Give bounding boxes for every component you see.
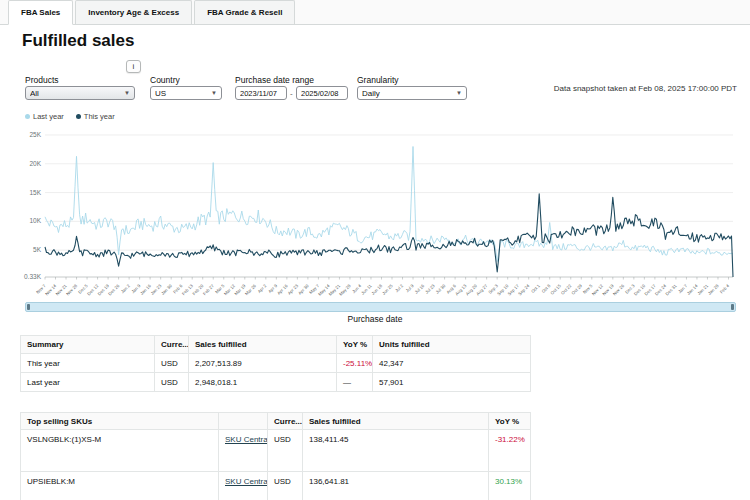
yoy-col-header[interactable]: YoY % bbox=[489, 413, 531, 430]
products-label: Products bbox=[25, 75, 59, 85]
country-label: Country bbox=[150, 75, 180, 85]
sales-value: 138,411.45 bbox=[303, 430, 489, 472]
products-select[interactable]: All ▼ bbox=[25, 86, 135, 100]
sales-value: 136,641.81 bbox=[303, 472, 489, 500]
svg-text:Jan 30: Jan 30 bbox=[160, 283, 173, 296]
legend-last-year-label: Last year bbox=[33, 112, 64, 121]
svg-text:Jan 7: Jan 7 bbox=[677, 283, 688, 294]
svg-text:Jan 21: Jan 21 bbox=[697, 283, 710, 296]
svg-text:Dec 17: Dec 17 bbox=[643, 283, 657, 297]
svg-text:Oct 29: Oct 29 bbox=[570, 283, 583, 296]
svg-text:Sep 17: Sep 17 bbox=[507, 283, 521, 297]
svg-text:Sep 3: Sep 3 bbox=[487, 283, 499, 295]
currency-col-header[interactable]: Curre... bbox=[268, 413, 303, 430]
svg-text:Mar 12: Mar 12 bbox=[223, 283, 236, 296]
svg-text:Nov 5: Nov 5 bbox=[582, 283, 594, 295]
svg-text:Jun 25: Jun 25 bbox=[381, 283, 394, 296]
svg-text:Jul 30: Jul 30 bbox=[435, 283, 447, 295]
data-snapshot-timestamp: Data snapshot taken at Feb 08, 2025 17:0… bbox=[554, 84, 737, 93]
svg-text:Aug 6: Aug 6 bbox=[445, 283, 457, 295]
svg-text:Dec 10: Dec 10 bbox=[633, 283, 647, 297]
svg-text:Aug 13: Aug 13 bbox=[454, 283, 468, 297]
svg-text:Nov 7: Nov 7 bbox=[35, 283, 47, 295]
svg-text:Feb 4: Feb 4 bbox=[719, 283, 731, 295]
tab-fba-grade-resell[interactable]: FBA Grade & Resell bbox=[194, 0, 295, 24]
granularity-select[interactable]: Daily ▼ bbox=[357, 86, 467, 100]
top-skus-col-header[interactable]: Top selling SKUs bbox=[21, 413, 219, 430]
svg-text:Feb 20: Feb 20 bbox=[191, 283, 204, 296]
country-select-value: US bbox=[155, 89, 208, 98]
svg-text:Apr 9: Apr 9 bbox=[267, 283, 278, 294]
svg-text:Nov 19: Nov 19 bbox=[601, 283, 615, 297]
x-axis-title: Purchase date bbox=[0, 314, 750, 324]
chevron-down-icon: ▼ bbox=[456, 90, 462, 96]
svg-text:May 28: May 28 bbox=[338, 283, 352, 297]
last-year-line bbox=[45, 147, 733, 262]
sku-name: UPSIEBLK:M bbox=[21, 472, 219, 500]
svg-text:Jan 2: Jan 2 bbox=[120, 283, 131, 294]
date-range-brush[interactable] bbox=[25, 302, 736, 312]
svg-text:Oct 15: Oct 15 bbox=[549, 283, 562, 296]
svg-text:Dec 3: Dec 3 bbox=[624, 283, 636, 295]
date-range-label: Purchase date range bbox=[235, 75, 314, 85]
sku-name: VSLNGBLK:(1)XS-M bbox=[21, 430, 219, 472]
svg-text:May 14: May 14 bbox=[317, 283, 331, 297]
country-select[interactable]: US ▼ bbox=[150, 86, 222, 100]
legend-item-last-year[interactable]: Last year bbox=[25, 112, 64, 121]
svg-text:Dec 5: Dec 5 bbox=[77, 283, 89, 295]
sales-fulfilled-col-header[interactable]: Sales fulfilled bbox=[189, 336, 337, 354]
svg-text:Nov 21: Nov 21 bbox=[55, 283, 69, 297]
legend-item-this-year[interactable]: This year bbox=[76, 112, 115, 121]
summary-table: Summary Curre... Sales fulfilled YoY % U… bbox=[20, 335, 531, 392]
chevron-down-icon: ▼ bbox=[211, 90, 217, 96]
sku-central-link[interactable]: SKU Central bbox=[225, 477, 268, 486]
svg-text:Jun 4: Jun 4 bbox=[351, 283, 362, 294]
units-value: 42,347 bbox=[373, 354, 531, 373]
x-axis-labels: Nov 7Nov 14Nov 21Nov 28Dec 5Dec 12Dec 19… bbox=[35, 277, 730, 297]
currency-col-header[interactable]: Curre... bbox=[155, 336, 189, 354]
svg-text:20K: 20K bbox=[29, 160, 41, 167]
this-year-dot-icon bbox=[76, 114, 81, 119]
brush-right-handle-icon[interactable] bbox=[731, 304, 734, 310]
sales-value: 2,207,513.89 bbox=[189, 354, 337, 373]
sales-line-chart: 25K20K15K10K5K0.33KNov 7Nov 14Nov 21Nov … bbox=[0, 110, 750, 302]
page-title: Fulfilled sales bbox=[22, 31, 134, 51]
yoy-value: -25.11% bbox=[337, 354, 373, 373]
summary-col-header[interactable]: Summary bbox=[21, 336, 155, 354]
svg-text:Jan 28: Jan 28 bbox=[707, 283, 720, 296]
svg-text:Apr 30: Apr 30 bbox=[297, 283, 310, 296]
date-start-input[interactable] bbox=[235, 86, 287, 100]
svg-text:Apr 2: Apr 2 bbox=[257, 283, 268, 294]
svg-text:Nov 12: Nov 12 bbox=[591, 283, 605, 297]
svg-text:Dec 19: Dec 19 bbox=[97, 283, 111, 297]
svg-text:Jun 18: Jun 18 bbox=[371, 283, 384, 296]
granularity-select-value: Daily bbox=[362, 89, 453, 98]
svg-text:Feb 27: Feb 27 bbox=[202, 283, 215, 296]
sales-value: 2,948,018.1 bbox=[189, 373, 337, 392]
units-fulfilled-col-header[interactable]: Units fulfilled bbox=[373, 336, 531, 354]
table-row: This year USD 2,207,513.89 -25.11% 42,34… bbox=[21, 354, 531, 373]
sales-fulfilled-col-header[interactable]: Sales fulfilled bbox=[303, 413, 489, 430]
svg-text:Jun 11: Jun 11 bbox=[360, 283, 373, 296]
y-axis-labels: 25K20K15K10K5K0.33K bbox=[24, 131, 42, 280]
tab-inventory-age-excess[interactable]: Inventory Age & Excess bbox=[75, 0, 192, 24]
svg-text:Oct 8: Oct 8 bbox=[541, 283, 552, 294]
table-row: Last year USD 2,948,018.1 — 57,901 bbox=[21, 373, 531, 392]
svg-text:15K: 15K bbox=[29, 189, 41, 196]
svg-text:Oct 1: Oct 1 bbox=[530, 283, 541, 294]
svg-text:Jul 16: Jul 16 bbox=[414, 283, 426, 295]
yoy-col-header[interactable]: YoY % bbox=[337, 336, 373, 354]
sku-header-row: Top selling SKUs Curre... Sales fulfille… bbox=[21, 413, 531, 430]
svg-text:Jul 9: Jul 9 bbox=[405, 283, 415, 293]
svg-text:Mar 19: Mar 19 bbox=[234, 283, 247, 296]
svg-text:Jul 23: Jul 23 bbox=[424, 283, 436, 295]
date-end-input[interactable] bbox=[296, 86, 348, 100]
sku-central-link[interactable]: SKU Central bbox=[225, 435, 268, 444]
row-label: Last year bbox=[21, 373, 155, 392]
svg-text:Aug 20: Aug 20 bbox=[465, 283, 479, 297]
brush-left-handle-icon[interactable] bbox=[27, 304, 30, 310]
svg-text:Apr 23: Apr 23 bbox=[287, 283, 300, 296]
info-icon[interactable]: i bbox=[126, 60, 141, 73]
tab-fba-sales[interactable]: FBA Sales bbox=[8, 0, 73, 25]
currency-value: USD bbox=[268, 472, 303, 500]
